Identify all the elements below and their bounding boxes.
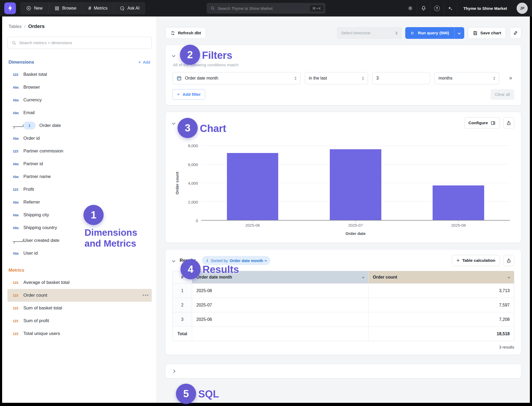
filters-header[interactable] [172,50,514,60]
fields-search-input[interactable] [19,40,148,45]
breadcrumb-separator: / [24,24,26,29]
notifications-button[interactable] [417,2,430,14]
dimension-label: User created date [23,238,59,243]
dimension-item[interactable]: Abc Referrer [7,196,152,209]
dimension-label: Referrer [23,200,40,205]
metric-item[interactable]: 123 Average of basket total ••• [7,276,152,289]
column-header-date[interactable]: Order date month [192,271,368,283]
global-search-input[interactable] [218,6,310,11]
refresh-dbt-button[interactable]: Refresh dbt [165,27,206,39]
field-type-icon: Abc [13,98,23,102]
dimension-item[interactable]: › 1 Order date [7,119,152,132]
collapse-icon[interactable] [172,259,175,262]
column-header-index: # [173,271,192,283]
collapse-icon[interactable] [172,54,175,57]
share-link-button[interactable] [510,27,521,39]
remove-filter-button[interactable]: ✕ [509,76,513,81]
add-filter-button[interactable]: + Add filter [172,89,205,100]
fields-search[interactable] [7,37,152,49]
whats-new-button[interactable] [444,2,457,14]
y-tick-label: 0 [196,218,198,223]
table-calculation-button[interactable]: + Table calculation [452,255,500,266]
new-button[interactable]: New [20,2,48,14]
metrics-button[interactable]: # Metrics [82,2,113,14]
chart-header: Configure [172,117,514,129]
metric-item[interactable]: 123 Sum of basket total ••• [7,302,152,314]
metric-item[interactable]: 123 Order count ••• [7,289,152,302]
dimension-item[interactable]: Abc Currency [7,94,152,106]
filter-operator-select[interactable]: in the last [305,72,368,84]
filters-match-text: All of the following conditions match: [173,63,514,67]
metric-item[interactable]: 123 Total unique users ••• [7,327,152,340]
dimension-item[interactable]: Abc User id [7,247,152,260]
hash-icon: # [88,5,91,11]
help-button[interactable]: ? [430,2,444,14]
sorted-field: Order date month [230,258,263,263]
filter-field-select[interactable]: Order date month [172,72,301,84]
field-type-icon: 123 [13,188,23,192]
dimension-item[interactable]: Abc Shipping country [7,221,152,234]
ask-ai-button[interactable]: Ask AI [113,2,145,14]
export-chart-button[interactable] [503,117,514,129]
timezone-select[interactable]: Select timezone [337,27,402,39]
configure-button[interactable]: Configure [464,117,500,129]
dimension-item[interactable]: Abc Email [7,106,152,119]
chart-x-labels: 2025-062025-072025-08 [201,221,510,227]
save-chart-label: Save chart [480,31,501,35]
expand-icon[interactable] [172,370,175,373]
chevron-down-icon[interactable] [362,276,364,278]
clear-all-button[interactable]: Clear all [491,89,514,100]
table-row[interactable]: 3 2025-06 7,208 [173,312,514,326]
breadcrumb-tables[interactable]: Tables [9,24,22,29]
field-type-icon: 123 [13,149,23,153]
dimension-item[interactable]: Abc Partner id [7,158,152,170]
results-count: 3 results [172,345,514,349]
collapse-icon[interactable] [172,121,175,125]
dimension-label: Shipping city [23,212,49,218]
field-type-icon: › [13,125,23,127]
sql-section[interactable] [165,364,521,378]
dimension-item[interactable]: Abc Browser [7,81,152,94]
field-type-icon: Abc [13,162,23,166]
export-results-button[interactable] [503,255,514,266]
field-type-icon: Abc [13,111,23,115]
filter-value-input[interactable] [373,72,430,84]
more-icon[interactable]: ••• [142,293,149,298]
dimension-label: Shipping country [23,225,57,230]
org-switcher[interactable]: Thyme to Shine Market [457,2,513,14]
filter-operator-value: in the last [309,76,327,81]
save-chart-button[interactable]: Save chart [468,27,506,39]
chevron-down-icon[interactable] [508,276,510,278]
keyboard-shortcut-badge: ⌘+K [310,5,323,11]
browse-button[interactable]: Browse [48,2,82,14]
dimension-item[interactable]: Abc Partner name [7,170,152,183]
avatar[interactable]: JP [517,3,528,14]
dimension-item[interactable]: 123 Basket total [7,68,152,81]
global-search[interactable]: ⌘+K [207,3,326,14]
dimension-label: User id [23,251,38,256]
metric-label: Total unique users [23,331,60,336]
run-query-options-button[interactable] [454,27,464,39]
table-row[interactable]: 2 2025-07 7,597 [173,298,514,312]
date-cell: 2025-07 [192,298,368,312]
metric-item[interactable]: 123 Sum of profit ••• [7,314,152,327]
play-icon [410,31,415,35]
table-row[interactable]: 1 2025-08 3,713 [173,283,514,298]
save-icon [473,31,478,36]
run-query-main[interactable]: Run query (500) [405,27,454,39]
dimension-item[interactable]: Abc Shipping city [7,209,152,221]
settings-button[interactable] [404,2,417,14]
toolbar-right: Select timezone Run query (500) [337,27,521,39]
app-logo[interactable] [4,2,16,14]
add-dimension-button[interactable]: + Add [138,60,150,65]
dimension-item[interactable]: 123 Partner commission [7,145,152,158]
dimension-label: Partner name [23,174,51,179]
filter-actions: + Add filter Clear all [172,89,514,100]
dimension-item[interactable]: › User created date [7,234,152,247]
column-header-count[interactable]: Order count [368,271,514,283]
sorted-by-badge[interactable]: ↓ Sorted by Order date month [202,256,270,265]
run-query-button[interactable]: Run query (500) [405,27,464,39]
dimension-item[interactable]: 123 Profit [7,183,152,196]
dimension-item[interactable]: Abc Order id [7,132,152,145]
filter-unit-select[interactable]: months [434,72,499,84]
